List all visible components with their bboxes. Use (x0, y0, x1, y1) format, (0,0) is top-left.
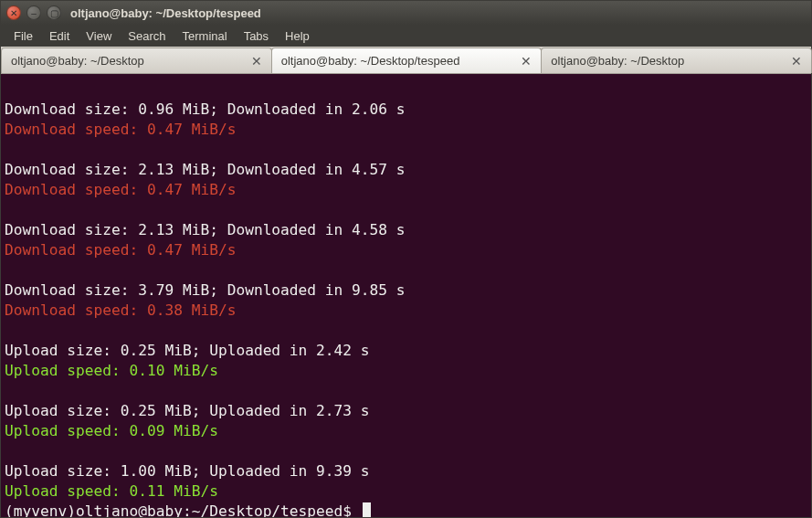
output-line: Download size: 2.13 MiB; Downloaded in 4… (5, 160, 807, 180)
tab-2[interactable]: oltjano@baby: ~/Desktop/tespeed ✕ (271, 48, 543, 73)
blank-line (5, 260, 807, 280)
tabbar: oltjano@baby: ~/Desktop ✕ oltjano@baby: … (1, 47, 811, 74)
speed-line: Download speed: 0.47 MiB/s (5, 120, 807, 140)
terminal-window: ✕ – ▢ oltjano@baby: ~/Desktop/tespeed Fi… (0, 0, 812, 518)
close-icon[interactable]: ✕ (249, 54, 264, 69)
speed-line: Upload speed: 0.10 MiB/s (5, 361, 807, 381)
tab-1[interactable]: oltjano@baby: ~/Desktop ✕ (1, 48, 272, 73)
blank-line (5, 441, 807, 461)
minimize-icon[interactable]: – (26, 5, 41, 20)
output-line: Upload size: 0.25 MiB; Uploaded in 2.73 … (5, 401, 807, 421)
output-line: Upload size: 1.00 MiB; Uploaded in 9.39 … (5, 461, 807, 481)
tab-label: oltjano@baby: ~/Desktop/tespeed (281, 54, 460, 68)
blank-line (5, 381, 807, 401)
prompt-line[interactable]: (myvenv)oltjano@baby:~/Desktop/tespeed$ (5, 502, 807, 517)
tab-3[interactable]: oltjano@baby: ~/Desktop ✕ (541, 48, 812, 73)
menubar: File Edit View Search Terminal Tabs Help (1, 25, 811, 47)
close-icon[interactable]: ✕ (6, 5, 21, 20)
close-icon[interactable]: ✕ (519, 54, 533, 69)
menu-edit[interactable]: Edit (42, 27, 77, 45)
speed-line: Download speed: 0.47 MiB/s (5, 240, 807, 260)
blank-line (5, 79, 807, 100)
blank-line (5, 140, 807, 160)
terminal-output[interactable]: Download size: 0.96 MiB; Downloaded in 2… (1, 74, 811, 517)
titlebar[interactable]: ✕ – ▢ oltjano@baby: ~/Desktop/tespeed (1, 1, 811, 25)
output-line: Download size: 3.79 MiB; Downloaded in 9… (5, 280, 807, 301)
tab-label: oltjano@baby: ~/Desktop (11, 54, 144, 68)
menu-tabs[interactable]: Tabs (237, 27, 276, 45)
window-title: oltjano@baby: ~/Desktop/tespeed (70, 6, 261, 20)
output-line: Download size: 0.96 MiB; Downloaded in 2… (5, 100, 807, 120)
output-line: Download size: 2.13 MiB; Downloaded in 4… (5, 220, 807, 240)
menu-help[interactable]: Help (278, 27, 317, 45)
speed-line: Upload speed: 0.09 MiB/s (5, 421, 807, 441)
menu-terminal[interactable]: Terminal (175, 27, 235, 45)
cursor-icon (363, 502, 371, 517)
close-icon[interactable]: ✕ (789, 54, 804, 69)
window-controls: ✕ – ▢ (6, 5, 61, 20)
prompt-text: (myvenv)oltjano@baby:~/Desktop/tespeed$ (5, 502, 361, 517)
speed-line: Download speed: 0.38 MiB/s (5, 301, 807, 321)
menu-search[interactable]: Search (121, 27, 173, 45)
speed-line: Download speed: 0.47 MiB/s (5, 180, 807, 200)
blank-line (5, 321, 807, 341)
speed-line: Upload speed: 0.11 MiB/s (5, 481, 807, 502)
tab-label: oltjano@baby: ~/Desktop (551, 54, 684, 68)
maximize-icon[interactable]: ▢ (47, 5, 61, 20)
blank-line (5, 200, 807, 220)
menu-file[interactable]: File (6, 27, 40, 45)
menu-view[interactable]: View (79, 27, 119, 45)
output-line: Upload size: 0.25 MiB; Uploaded in 2.42 … (5, 341, 807, 361)
